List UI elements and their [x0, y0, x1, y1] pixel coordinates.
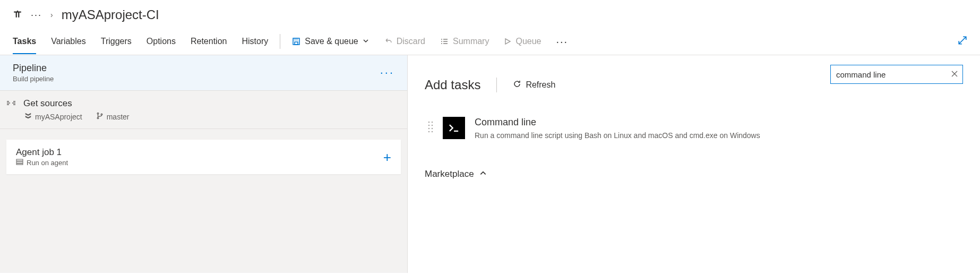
svg-point-16 [432, 122, 433, 123]
get-sources-icon [6, 99, 16, 108]
save-queue-label: Save & queue [305, 37, 358, 46]
refresh-label: Refresh [526, 80, 555, 90]
queue-button[interactable]: Queue [504, 37, 541, 46]
repo-name: myASAproject [35, 113, 82, 121]
more-actions-button[interactable]: ··· [556, 36, 568, 47]
task-result-title: Command line [475, 117, 931, 128]
task-search-input[interactable] [835, 70, 951, 80]
divider [280, 34, 280, 49]
tab-variables[interactable]: Variables [51, 29, 86, 54]
get-sources-title: Get sources [23, 98, 72, 109]
agent-job-row[interactable]: Agent job 1 Run on agent + [6, 140, 401, 174]
svg-rect-13 [16, 161, 23, 163]
tab-retention[interactable]: Retention [191, 29, 227, 54]
fullscreen-icon[interactable] [958, 36, 967, 47]
chevron-right-icon: › [50, 11, 53, 19]
svg-point-20 [432, 128, 433, 129]
pipeline-more-button[interactable]: ··· [380, 67, 394, 79]
branch-item: master [96, 112, 130, 121]
chevron-up-icon [479, 169, 487, 179]
page-title: myASAproject-CI [62, 7, 159, 22]
summary-label: Summary [453, 37, 489, 46]
pipeline-subtitle: Build pipeline [13, 75, 54, 83]
task-result-item[interactable]: Command line Run a command line script u… [425, 117, 963, 141]
refresh-button[interactable]: Refresh [513, 80, 555, 90]
svg-rect-3 [441, 39, 442, 40]
server-icon [16, 159, 23, 167]
svg-point-11 [101, 114, 102, 115]
add-task-button[interactable]: + [383, 150, 391, 164]
list-icon [440, 37, 449, 46]
play-icon [504, 38, 511, 45]
svg-point-15 [428, 122, 429, 123]
save-queue-button[interactable]: Save & queue [292, 37, 369, 46]
tab-history[interactable]: History [242, 29, 268, 54]
breadcrumb: ··· › myASAproject-CI [0, 0, 980, 28]
tab-tasks[interactable]: Tasks [13, 29, 36, 54]
drag-handle-icon[interactable] [428, 120, 433, 135]
add-tasks-title: Add tasks [425, 78, 480, 92]
marketplace-section[interactable]: Marketplace [425, 169, 963, 179]
action-bar: Save & queue Discard Summary Queue ··· [292, 36, 967, 47]
discard-label: Discard [397, 37, 425, 46]
pipeline-icon[interactable] [13, 10, 22, 21]
svg-point-21 [428, 131, 429, 132]
task-search-box[interactable] [830, 65, 963, 84]
divider [496, 78, 497, 92]
svg-point-18 [432, 125, 433, 126]
svg-point-10 [97, 117, 99, 119]
svg-point-17 [428, 125, 429, 126]
breadcrumb-ellipsis[interactable]: ··· [31, 10, 42, 20]
svg-point-22 [432, 131, 433, 132]
toolbar: Tasks Variables Triggers Options Retenti… [0, 28, 980, 55]
branch-name: master [107, 113, 130, 121]
summary-button[interactable]: Summary [440, 37, 489, 46]
svg-point-9 [97, 113, 99, 114]
chevron-down-icon [363, 37, 369, 46]
agent-job-title: Agent job 1 [16, 147, 68, 158]
command-line-icon [443, 117, 465, 139]
svg-rect-1 [294, 38, 298, 40]
svg-rect-7 [441, 43, 442, 44]
svg-rect-6 [443, 41, 448, 42]
agent-job-subtitle: Run on agent [27, 159, 68, 167]
branch-icon [96, 112, 104, 121]
queue-label: Queue [515, 37, 541, 46]
svg-rect-5 [441, 41, 442, 42]
svg-rect-14 [16, 164, 23, 165]
marketplace-label: Marketplace [425, 169, 474, 179]
refresh-icon [513, 80, 521, 90]
tab-options[interactable]: Options [147, 29, 176, 54]
get-sources-row[interactable]: Get sources myASAproject master [0, 91, 407, 129]
svg-rect-8 [443, 43, 448, 44]
svg-rect-2 [295, 42, 298, 45]
right-pane: Add tasks Refresh Command line Run a com… [408, 55, 980, 273]
svg-rect-12 [16, 159, 23, 161]
save-icon [292, 37, 300, 46]
svg-rect-4 [443, 39, 448, 40]
task-result-description: Run a command line script using Bash on … [475, 130, 931, 141]
clear-search-icon[interactable] [951, 70, 958, 79]
left-pane: Pipeline Build pipeline ··· Get sources … [0, 55, 408, 273]
discard-button[interactable]: Discard [384, 37, 425, 46]
pipeline-row[interactable]: Pipeline Build pipeline ··· [0, 55, 407, 91]
tab-triggers[interactable]: Triggers [101, 29, 132, 54]
main-content: Pipeline Build pipeline ··· Get sources … [0, 55, 980, 273]
tabs: Tasks Variables Triggers Options Retenti… [13, 28, 268, 55]
pipeline-title: Pipeline [13, 63, 54, 74]
repo-item: myASAproject [24, 112, 82, 121]
undo-icon [384, 37, 392, 46]
repo-icon [24, 112, 32, 121]
svg-point-19 [428, 128, 429, 129]
